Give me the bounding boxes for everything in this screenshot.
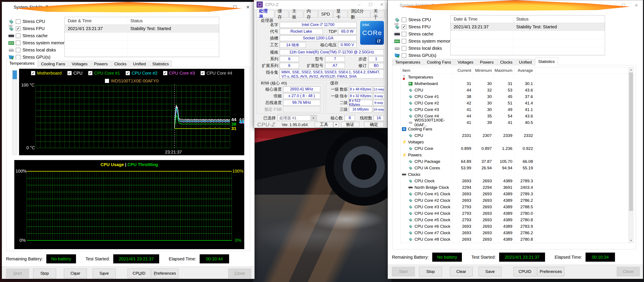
event-log-table[interactable]: Date & TimeStatus2021/4/1 23:21:37Stabil… <box>64 17 219 57</box>
checkbox[interactable]: ✓ <box>16 26 20 31</box>
minimize-button[interactable]: – <box>354 0 365 9</box>
legend-checkbox[interactable]: ✓ <box>67 71 72 75</box>
stats-data-row[interactable]: CPU Core #6 Clock2693269343892783.9 <box>400 223 634 230</box>
stats-col-item[interactable]: Item <box>400 67 452 74</box>
save-button[interactable]: Save <box>478 267 502 276</box>
event-row[interactable]: 2021/4/1 23:21:37Stability Test: Started <box>451 23 605 31</box>
stats-data-row[interactable]: CPU Core #7 Clock2693269343892786.2 <box>400 230 634 236</box>
checkbox[interactable] <box>402 17 406 22</box>
tab-unified[interactable]: Unified <box>130 60 149 67</box>
tab-cooling-fans[interactable]: Cooling Fans <box>424 59 454 65</box>
legend-checkbox[interactable]: ✓ <box>88 71 92 75</box>
stats-data-row[interactable]: North Bridge Clock2294229436912403.4 <box>400 184 634 191</box>
dropdown-arrow-icon[interactable]: ▼ <box>310 116 316 120</box>
tab-powers[interactable]: Powers <box>477 59 496 65</box>
tab-clocks[interactable]: Clocks <box>497 59 515 65</box>
checkbox[interactable]: ✓ <box>402 25 406 29</box>
tab-statistics[interactable]: Statistics <box>150 60 172 67</box>
checkbox[interactable] <box>16 33 20 38</box>
checkbox[interactable] <box>402 46 406 51</box>
cpuz-tab-測試分數[interactable]: 測試分數 <box>348 10 370 17</box>
tab-voltages[interactable]: Voltages <box>454 59 476 65</box>
stats-scrollbar[interactable]: ▲▼ <box>628 67 634 243</box>
stats-data-row[interactable]: CPU2331230723392332 <box>400 132 634 139</box>
event-log-table[interactable]: Date & TimeStatus2021/4/1 23:21:37Stabil… <box>450 15 605 55</box>
checkbox[interactable] <box>16 41 20 45</box>
cpuz-tab-处理器[interactable]: 处理器 <box>256 10 274 17</box>
stats-data-row[interactable]: CPU Core #8 Clock2693269343892780.8 <box>400 236 634 243</box>
tab-statistics[interactable]: Statistics <box>535 57 558 65</box>
tab-clocks[interactable]: Clocks <box>111 60 130 67</box>
stats-data-row[interactable]: CPU IA Cores53.9926.9494.9455.19 <box>400 165 634 171</box>
scroll-up-icon[interactable]: ▲ <box>629 67 634 72</box>
event-row[interactable]: 2021/4/1 23:21:37Stability Test: Started <box>65 25 219 33</box>
stop-button[interactable]: Stop <box>419 267 442 276</box>
scrollbar-thumb[interactable] <box>12 70 17 79</box>
stats-group-row[interactable]: ⚡Voltages <box>400 139 634 145</box>
tab-voltages[interactable]: Voltages <box>69 60 90 67</box>
stats-group-row[interactable]: CPU <box>400 243 634 243</box>
graph-zoom-scrollbar[interactable] <box>12 70 17 155</box>
tools-dropdown-icon[interactable]: ▼ <box>333 122 339 127</box>
stats-col-average[interactable]: Average <box>514 67 535 74</box>
ok-button[interactable]: 确定 <box>364 122 384 127</box>
stats-data-row[interactable]: CPU Clock2693269343892789.3 <box>400 178 634 184</box>
cpuz-tab-主板[interactable]: 主板 <box>289 10 303 17</box>
maximize-button[interactable]: ☐ <box>617 0 630 10</box>
legend-checkbox[interactable]: ✓ <box>200 71 205 75</box>
stats-data-row[interactable]: WDS100T1X0E-00AF...41394140.5 <box>400 119 634 126</box>
stats-data-row[interactable]: CPU Package64.8937.87105.7066.08 <box>400 158 634 165</box>
clear-button[interactable]: Clear <box>450 267 473 276</box>
titlebar[interactable]: System Stability Test - AIDA64 – ☐ ✕ <box>388 0 643 10</box>
scroll-down-icon[interactable]: ▼ <box>629 238 634 243</box>
column-header-status[interactable]: Status <box>127 17 219 24</box>
titlebar[interactable]: System Stability Test - AIDA64 – ☐ ✕ <box>2 2 254 12</box>
legend-checkbox[interactable] <box>105 79 109 83</box>
tab-temperatures[interactable]: Temperatures <box>392 59 423 65</box>
cpuz-tab-SPD[interactable]: SPD <box>318 10 333 17</box>
column-header-datetime[interactable]: Date & Time <box>451 15 513 23</box>
checkbox[interactable] <box>402 53 406 58</box>
column-header-datetime[interactable]: Date & Time <box>65 17 127 24</box>
maximize-button[interactable]: ☐ <box>228 2 242 12</box>
cpuz-tab-关于[interactable]: 关于 <box>371 10 384 17</box>
stats-data-row[interactable]: CPU44325343.6 <box>400 87 634 93</box>
clear-button[interactable]: Clear <box>64 269 87 278</box>
cpuz-tab-显卡[interactable]: 显卡 <box>334 10 347 17</box>
stats-data-row[interactable]: CPU Core #341304941.1 <box>400 106 634 113</box>
stats-group-row[interactable]: Cooling Fans <box>400 126 634 132</box>
stats-data-row[interactable]: Motherboard31303130.1 <box>400 80 634 87</box>
close-button[interactable]: ✕ <box>376 0 388 9</box>
stop-button[interactable]: Stop <box>33 269 56 278</box>
stats-col-current[interactable]: Current <box>452 67 473 74</box>
stats-data-row[interactable]: CPU Core #5 Clock2793269343892780.8 <box>400 217 634 223</box>
cpuz-tab-内存[interactable]: 内存 <box>304 10 318 17</box>
checkbox[interactable] <box>16 19 20 24</box>
tab-unified[interactable]: Unified <box>516 59 535 65</box>
stats-data-row[interactable]: CPU Core #3 Clock2793269343892788.5 <box>400 204 634 210</box>
cpuz-tab-缓存[interactable]: 缓存 <box>275 10 289 17</box>
tools-button[interactable]: 工具 <box>315 122 333 127</box>
close-button[interactable]: ✕ <box>242 2 254 12</box>
legend-checkbox[interactable]: ✓ <box>163 71 168 75</box>
validate-button[interactable]: 验证 <box>341 122 359 127</box>
maximize-button[interactable]: ☐ <box>365 0 376 9</box>
titlebar[interactable]: CPU-Z – ☐ ✕ <box>254 0 388 9</box>
stats-data-row[interactable]: CPU Core #4 Clock2793269343892780.0 <box>400 210 634 217</box>
legend-checkbox[interactable]: ✓ <box>31 71 35 75</box>
cpuid-button[interactable]: CPUID <box>128 269 150 278</box>
stats-data-row[interactable]: CPU Core0.8990.8971.2360.922 <box>400 145 634 152</box>
stats-data-row[interactable]: CPU Core #242305141.4 <box>400 100 634 106</box>
tab-powers[interactable]: Powers <box>91 60 111 67</box>
stats-group-row[interactable]: ⚡Powers <box>400 152 634 158</box>
stats-data-row[interactable]: CPU Core #138304537.6 <box>400 93 634 100</box>
checkbox[interactable] <box>402 39 406 43</box>
scrollbar-thumb[interactable] <box>629 72 633 211</box>
checkbox[interactable] <box>16 48 20 52</box>
stats-data-row[interactable]: CPU Core #1 Clock2693269343892789.3 <box>400 191 634 197</box>
tab-temperatures[interactable]: Temperatures <box>6 59 38 67</box>
close-button[interactable]: ✕ <box>630 0 643 10</box>
stats-group-row[interactable]: Clocks <box>400 171 634 178</box>
cpuid-button[interactable]: CPUID <box>514 267 536 276</box>
stats-col-maximum[interactable]: Maximum <box>494 67 514 74</box>
